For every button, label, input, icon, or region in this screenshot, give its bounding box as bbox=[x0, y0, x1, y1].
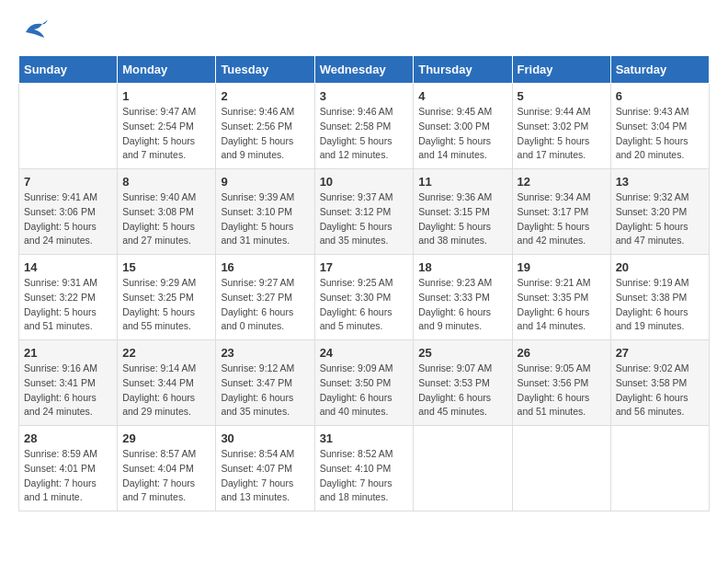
calendar-week-row: 21Sunrise: 9:16 AMSunset: 3:41 PMDayligh… bbox=[19, 340, 710, 426]
calendar-cell: 28Sunrise: 8:59 AMSunset: 4:01 PMDayligh… bbox=[19, 426, 118, 511]
day-info: Sunrise: 9:27 AMSunset: 3:27 PMDaylight:… bbox=[221, 276, 309, 334]
day-number: 16 bbox=[221, 260, 309, 274]
calendar-week-row: 1Sunrise: 9:47 AMSunset: 2:54 PMDaylight… bbox=[19, 84, 710, 169]
day-number: 29 bbox=[122, 431, 210, 445]
day-number: 13 bbox=[616, 175, 704, 189]
day-info: Sunrise: 9:45 AMSunset: 3:00 PMDaylight:… bbox=[418, 105, 506, 163]
calendar-cell: 16Sunrise: 9:27 AMSunset: 3:27 PMDayligh… bbox=[216, 255, 314, 340]
day-number: 27 bbox=[616, 346, 704, 360]
day-number: 3 bbox=[320, 89, 409, 103]
logo bbox=[18, 18, 48, 46]
day-info: Sunrise: 9:21 AMSunset: 3:35 PMDaylight:… bbox=[518, 276, 606, 334]
day-of-week-header: Saturday bbox=[610, 56, 709, 84]
calendar-cell: 18Sunrise: 9:23 AMSunset: 3:33 PMDayligh… bbox=[414, 255, 512, 340]
calendar-cell: 25Sunrise: 9:07 AMSunset: 3:53 PMDayligh… bbox=[414, 340, 512, 426]
day-of-week-row: SundayMondayTuesdayWednesdayThursdayFrid… bbox=[19, 56, 710, 84]
calendar-cell: 23Sunrise: 9:12 AMSunset: 3:47 PMDayligh… bbox=[216, 340, 314, 426]
day-number: 4 bbox=[418, 89, 506, 103]
day-info: Sunrise: 9:23 AMSunset: 3:33 PMDaylight:… bbox=[418, 276, 506, 334]
calendar-cell bbox=[414, 426, 512, 511]
day-info: Sunrise: 9:02 AMSunset: 3:58 PMDaylight:… bbox=[616, 362, 704, 419]
calendar-cell: 4Sunrise: 9:45 AMSunset: 3:00 PMDaylight… bbox=[414, 84, 512, 169]
calendar-cell bbox=[19, 84, 118, 169]
day-info: Sunrise: 9:46 AMSunset: 2:56 PMDaylight:… bbox=[221, 105, 309, 163]
calendar-cell: 26Sunrise: 9:05 AMSunset: 3:56 PMDayligh… bbox=[512, 340, 610, 426]
calendar-week-row: 28Sunrise: 8:59 AMSunset: 4:01 PMDayligh… bbox=[19, 426, 710, 511]
day-number: 10 bbox=[320, 175, 409, 189]
day-info: Sunrise: 9:39 AMSunset: 3:10 PMDaylight:… bbox=[221, 190, 309, 248]
calendar-body: 1Sunrise: 9:47 AMSunset: 2:54 PMDaylight… bbox=[19, 84, 710, 511]
day-info: Sunrise: 9:19 AMSunset: 3:38 PMDaylight:… bbox=[616, 276, 704, 334]
day-number: 28 bbox=[24, 431, 112, 445]
calendar-cell: 22Sunrise: 9:14 AMSunset: 3:44 PMDayligh… bbox=[118, 340, 216, 426]
calendar-cell: 17Sunrise: 9:25 AMSunset: 3:30 PMDayligh… bbox=[314, 255, 414, 340]
calendar-cell: 15Sunrise: 9:29 AMSunset: 3:25 PMDayligh… bbox=[118, 255, 216, 340]
calendar-cell bbox=[610, 426, 709, 511]
day-info: Sunrise: 9:16 AMSunset: 3:41 PMDaylight:… bbox=[24, 362, 112, 419]
day-number: 12 bbox=[518, 175, 606, 189]
day-number: 5 bbox=[518, 89, 606, 103]
day-number: 23 bbox=[221, 346, 309, 360]
calendar-cell: 30Sunrise: 8:54 AMSunset: 4:07 PMDayligh… bbox=[216, 426, 314, 511]
day-of-week-header: Monday bbox=[118, 56, 216, 84]
day-info: Sunrise: 9:29 AMSunset: 3:25 PMDaylight:… bbox=[122, 276, 210, 334]
day-number: 30 bbox=[221, 431, 309, 445]
calendar-cell: 6Sunrise: 9:43 AMSunset: 3:04 PMDaylight… bbox=[610, 84, 709, 169]
day-info: Sunrise: 9:07 AMSunset: 3:53 PMDaylight:… bbox=[418, 362, 506, 419]
calendar-cell: 27Sunrise: 9:02 AMSunset: 3:58 PMDayligh… bbox=[610, 340, 709, 426]
calendar-cell: 5Sunrise: 9:44 AMSunset: 3:02 PMDaylight… bbox=[512, 84, 610, 169]
day-number: 6 bbox=[616, 89, 704, 103]
calendar-cell: 11Sunrise: 9:36 AMSunset: 3:15 PMDayligh… bbox=[414, 169, 512, 255]
day-number: 2 bbox=[221, 89, 309, 103]
day-of-week-header: Sunday bbox=[19, 56, 118, 84]
logo-bird-icon bbox=[20, 18, 48, 46]
day-info: Sunrise: 9:09 AMSunset: 3:50 PMDaylight:… bbox=[320, 362, 409, 419]
day-number: 11 bbox=[418, 175, 506, 189]
day-info: Sunrise: 8:52 AMSunset: 4:10 PMDaylight:… bbox=[320, 447, 409, 505]
day-number: 9 bbox=[221, 175, 309, 189]
day-info: Sunrise: 9:32 AMSunset: 3:20 PMDaylight:… bbox=[616, 190, 704, 248]
day-info: Sunrise: 9:46 AMSunset: 2:58 PMDaylight:… bbox=[320, 105, 409, 163]
day-info: Sunrise: 8:59 AMSunset: 4:01 PMDaylight:… bbox=[24, 447, 112, 505]
calendar-table: SundayMondayTuesdayWednesdayThursdayFrid… bbox=[18, 55, 710, 511]
day-info: Sunrise: 8:54 AMSunset: 4:07 PMDaylight:… bbox=[221, 447, 309, 505]
day-info: Sunrise: 8:57 AMSunset: 4:04 PMDaylight:… bbox=[122, 447, 210, 505]
calendar-cell: 13Sunrise: 9:32 AMSunset: 3:20 PMDayligh… bbox=[610, 169, 709, 255]
day-info: Sunrise: 9:40 AMSunset: 3:08 PMDaylight:… bbox=[122, 190, 210, 248]
calendar-cell: 31Sunrise: 8:52 AMSunset: 4:10 PMDayligh… bbox=[314, 426, 414, 511]
calendar-cell: 14Sunrise: 9:31 AMSunset: 3:22 PMDayligh… bbox=[19, 255, 118, 340]
day-of-week-header: Thursday bbox=[414, 56, 512, 84]
calendar-cell: 19Sunrise: 9:21 AMSunset: 3:35 PMDayligh… bbox=[512, 255, 610, 340]
calendar-cell: 1Sunrise: 9:47 AMSunset: 2:54 PMDaylight… bbox=[118, 84, 216, 169]
day-number: 15 bbox=[122, 260, 210, 274]
calendar-cell bbox=[512, 426, 610, 511]
day-number: 7 bbox=[24, 175, 112, 189]
calendar-cell: 9Sunrise: 9:39 AMSunset: 3:10 PMDaylight… bbox=[216, 169, 314, 255]
day-info: Sunrise: 9:47 AMSunset: 2:54 PMDaylight:… bbox=[122, 105, 210, 163]
calendar-cell: 7Sunrise: 9:41 AMSunset: 3:06 PMDaylight… bbox=[19, 169, 118, 255]
day-number: 20 bbox=[616, 260, 704, 274]
day-number: 26 bbox=[518, 346, 606, 360]
day-number: 25 bbox=[418, 346, 506, 360]
day-number: 17 bbox=[320, 260, 409, 274]
calendar-cell: 3Sunrise: 9:46 AMSunset: 2:58 PMDaylight… bbox=[314, 84, 414, 169]
day-info: Sunrise: 9:34 AMSunset: 3:17 PMDaylight:… bbox=[518, 190, 606, 248]
day-of-week-header: Friday bbox=[512, 56, 610, 84]
day-info: Sunrise: 9:41 AMSunset: 3:06 PMDaylight:… bbox=[24, 190, 112, 248]
calendar-cell: 10Sunrise: 9:37 AMSunset: 3:12 PMDayligh… bbox=[314, 169, 414, 255]
day-number: 31 bbox=[320, 431, 409, 445]
day-info: Sunrise: 9:37 AMSunset: 3:12 PMDaylight:… bbox=[320, 190, 409, 248]
day-info: Sunrise: 9:14 AMSunset: 3:44 PMDaylight:… bbox=[122, 362, 210, 419]
day-info: Sunrise: 9:44 AMSunset: 3:02 PMDaylight:… bbox=[518, 105, 606, 163]
day-number: 8 bbox=[122, 175, 210, 189]
day-number: 21 bbox=[24, 346, 112, 360]
day-info: Sunrise: 9:36 AMSunset: 3:15 PMDaylight:… bbox=[418, 190, 506, 248]
calendar-cell: 2Sunrise: 9:46 AMSunset: 2:56 PMDaylight… bbox=[216, 84, 314, 169]
day-info: Sunrise: 9:25 AMSunset: 3:30 PMDaylight:… bbox=[320, 276, 409, 334]
day-number: 19 bbox=[518, 260, 606, 274]
day-number: 1 bbox=[122, 89, 210, 103]
day-number: 14 bbox=[24, 260, 112, 274]
day-info: Sunrise: 9:31 AMSunset: 3:22 PMDaylight:… bbox=[24, 276, 112, 334]
calendar-cell: 8Sunrise: 9:40 AMSunset: 3:08 PMDaylight… bbox=[118, 169, 216, 255]
calendar-cell: 29Sunrise: 8:57 AMSunset: 4:04 PMDayligh… bbox=[118, 426, 216, 511]
